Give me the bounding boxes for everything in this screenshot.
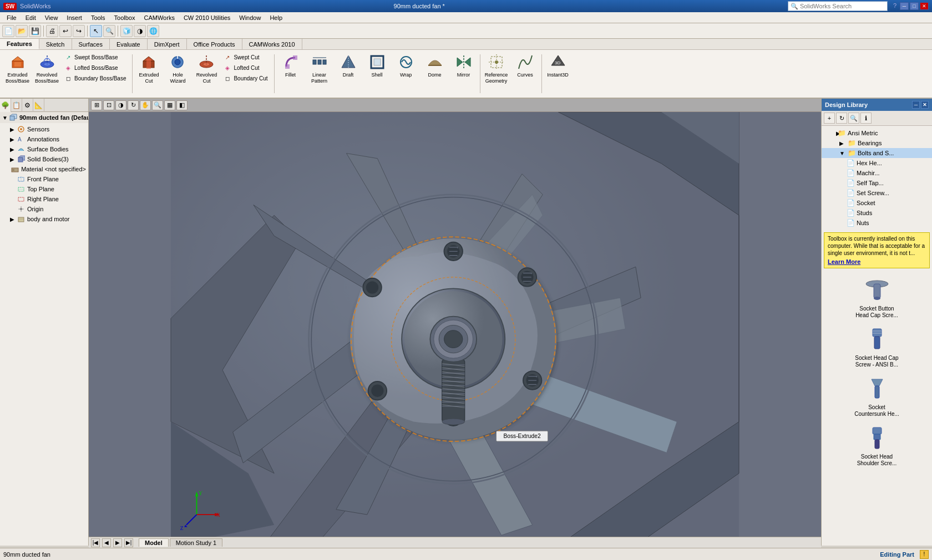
canvas-area[interactable]: ⊞ ⊡ ◑ ↻ ✋ 🔍 ▦ ◧ xyxy=(89,99,821,546)
linear-pattern-button[interactable]: LinearPattern xyxy=(306,52,333,85)
dl-bolts-screws[interactable]: ▼ 📁 Bolts and S... xyxy=(822,148,932,158)
boundary-boss-button[interactable]: ◻ Boundary Boss/Base xyxy=(62,73,128,83)
bolts-expand[interactable]: ▼ xyxy=(839,150,846,156)
fillet-button[interactable]: Fillet xyxy=(277,52,305,79)
tab-camworks-2010[interactable]: CAMWorks 2010 xyxy=(242,39,302,49)
swept-boss-button[interactable]: ↗ Swept Boss/Base xyxy=(62,52,128,62)
surface-expand[interactable]: ▶ xyxy=(9,146,16,152)
tab-features[interactable]: Features xyxy=(0,39,39,49)
wrap-button[interactable]: Wrap xyxy=(392,52,420,79)
dl-refresh-button[interactable]: ↻ xyxy=(836,113,847,124)
selection-filter[interactable]: ▦ xyxy=(164,100,175,110)
dl-self-tap[interactable]: 📄 Self Tap... xyxy=(822,178,932,188)
view-orient-button[interactable]: 🧊 xyxy=(120,25,133,37)
bearings-expand[interactable]: ▶ xyxy=(839,140,846,146)
display-style[interactable]: ◑ xyxy=(115,100,126,110)
dim-tab[interactable]: 📐 xyxy=(33,99,44,112)
property-tab[interactable]: 📋 xyxy=(11,99,22,112)
tree-material[interactable]: = Material <not specified> xyxy=(0,164,88,174)
reference-geometry-button[interactable]: ReferenceGeometry xyxy=(483,52,510,85)
maximize-button[interactable]: □ xyxy=(910,2,919,10)
instant3d-button[interactable]: 3D Instant3D xyxy=(544,52,572,79)
menu-insert[interactable]: Insert xyxy=(62,13,87,22)
search-input[interactable] xyxy=(800,3,878,9)
lofted-boss-button[interactable]: ◈ Lofted Boss/Base xyxy=(62,63,128,73)
boundary-cut-button[interactable]: ◻ Boundary Cut xyxy=(221,73,269,83)
display-button[interactable]: ◑ xyxy=(134,25,146,37)
config-tab[interactable]: ⚙ xyxy=(22,99,33,112)
tab-dimxpert[interactable]: DimXpert xyxy=(148,39,187,49)
menu-cw2010[interactable]: CW 2010 Utilities xyxy=(179,13,235,22)
dl-close[interactable]: ✕ xyxy=(921,101,929,109)
sensors-expand[interactable]: ▶ xyxy=(9,126,16,133)
undo-button[interactable]: ↩ xyxy=(59,25,72,37)
tree-right-plane[interactable]: Right Plane xyxy=(0,194,88,204)
pan[interactable]: ✋ xyxy=(140,100,151,110)
zoom-fit[interactable]: ⊡ xyxy=(103,100,114,110)
hole-wizard-button[interactable]: HoleWizard xyxy=(164,52,191,85)
nav-next[interactable]: ▶ xyxy=(113,538,122,547)
select-button[interactable]: ↖ xyxy=(90,25,102,37)
minimize-button[interactable]: ─ xyxy=(900,2,909,10)
dl-machine[interactable]: 📄 Machir... xyxy=(822,168,932,178)
tab-evaluate[interactable]: Evaluate xyxy=(110,39,148,49)
redo-button[interactable]: ↪ xyxy=(73,25,85,37)
annotations-expand[interactable]: ▶ xyxy=(9,136,16,142)
socket-countersunk-item[interactable]: SocketCountersunk He... xyxy=(824,371,930,421)
body-motor-expand[interactable]: ▶ xyxy=(9,216,16,222)
shell-button[interactable]: Shell xyxy=(363,52,391,79)
menu-toolbox[interactable]: Toolbox xyxy=(110,13,140,22)
dome-button[interactable]: Dome xyxy=(421,52,449,79)
menu-tools[interactable]: Tools xyxy=(87,13,110,22)
dl-add-button[interactable]: + xyxy=(824,113,835,124)
dl-bearings[interactable]: ▶ 📁 Bearings xyxy=(822,138,932,148)
draft-button[interactable]: Draft xyxy=(335,52,362,79)
extruded-cut-button[interactable]: ExtrudedCut xyxy=(135,52,163,85)
tree-sensors[interactable]: ▶ Sensors xyxy=(0,124,88,134)
dl-minimize[interactable]: ─ xyxy=(912,101,920,109)
dl-details-button[interactable]: ℹ xyxy=(860,113,872,124)
menu-file[interactable]: File xyxy=(2,13,21,22)
menu-help[interactable]: Help xyxy=(265,13,287,22)
print-button[interactable]: 🖨 xyxy=(46,25,58,37)
rotate[interactable]: ↻ xyxy=(128,100,139,110)
dl-studs[interactable]: 📄 Studs xyxy=(822,208,932,218)
view-orient-canvas[interactable]: ⊞ xyxy=(91,100,102,110)
socket-head-cap-item[interactable]: Socket Head CapScrew - ANSI B... xyxy=(824,322,930,371)
revolved-cut-button[interactable]: RevolvedCut xyxy=(193,52,220,85)
socket-head-shoulder-item[interactable]: Socket HeadShoulder Scre... xyxy=(824,421,930,470)
tree-top-plane[interactable]: Top Plane xyxy=(0,184,88,194)
tab-sketch[interactable]: Sketch xyxy=(39,39,72,49)
tab-surfaces[interactable]: Surfaces xyxy=(72,39,110,49)
learn-more-link[interactable]: Learn More xyxy=(828,258,926,266)
nav-prev[interactable]: ◀ xyxy=(102,538,111,547)
tree-surface-bodies[interactable]: ▶ Surface Bodies xyxy=(0,144,88,154)
socket-button-head-item[interactable]: Socket ButtonHead Cap Scre... xyxy=(824,273,930,322)
tree-solid-bodies[interactable]: ▶ Solid Bodies(3) xyxy=(0,154,88,164)
revolved-boss-button[interactable]: RevolvedBoss/Base xyxy=(33,52,61,85)
menu-window[interactable]: Window xyxy=(235,13,265,22)
root-expand[interactable]: ▼ xyxy=(2,114,8,121)
section-view[interactable]: ◧ xyxy=(176,100,188,110)
tab-model[interactable]: Model xyxy=(139,538,169,547)
tree-body-motor[interactable]: ▶ body and motor xyxy=(0,214,88,224)
save-button[interactable]: 💾 xyxy=(29,25,41,37)
tab-office-products[interactable]: Office Products xyxy=(187,39,242,49)
feature-tree-root[interactable]: ▼ 90mm ducted fan (Default< xyxy=(0,112,88,123)
open-button[interactable]: 📂 xyxy=(16,25,28,37)
search-bar[interactable]: 🔍 xyxy=(788,1,888,11)
swept-cut-button[interactable]: ↗ Swept Cut xyxy=(221,52,269,62)
new-button[interactable]: 📄 xyxy=(2,25,14,37)
dl-set-screw[interactable]: 📄 Set Screw... xyxy=(822,188,932,198)
dl-hex-head[interactable]: 📄 Hex He... xyxy=(822,158,932,168)
lofted-cut-button[interactable]: ◈ Lofted Cut xyxy=(221,63,269,73)
mirror-button[interactable]: Mirror xyxy=(450,52,478,79)
dl-nuts[interactable]: 📄 Nuts xyxy=(822,218,932,228)
zoom-canvas[interactable]: 🔍 xyxy=(152,100,163,110)
feature-tree-tab[interactable]: 🌳 xyxy=(0,99,11,112)
render-button[interactable]: 🌐 xyxy=(147,25,159,37)
dl-socket[interactable]: 📄 Socket xyxy=(822,198,932,208)
nav-first[interactable]: |◀ xyxy=(91,538,100,547)
ansi-expand[interactable]: ▶ xyxy=(825,130,836,136)
tab-motion-study-1[interactable]: Motion Study 1 xyxy=(170,538,222,547)
